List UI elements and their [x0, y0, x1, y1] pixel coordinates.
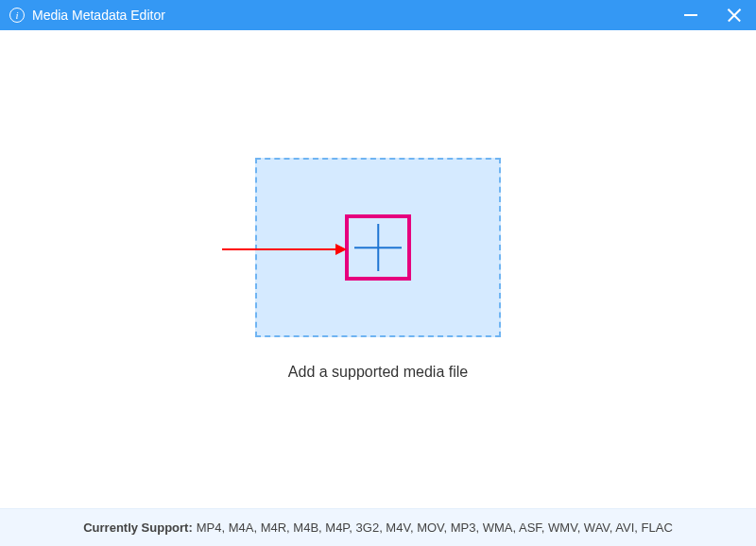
dropzone-caption: Add a supported media file: [288, 364, 468, 381]
minimize-icon: [684, 14, 697, 16]
footer-bar: Currently Support: MP4, M4A, M4R, M4B, M…: [0, 508, 756, 546]
info-icon: [9, 8, 25, 23]
supported-formats: MP4, M4A, M4R, M4B, M4P, 3G2, M4V, MOV, …: [197, 520, 673, 535]
annotation-arrow: [222, 244, 347, 255]
main-content: Add a supported media file: [0, 30, 756, 508]
minimize-button[interactable]: [669, 0, 713, 30]
annotation-highlight: [345, 214, 411, 281]
arrow-head-icon: [335, 244, 347, 255]
footer-label: Currently Support:: [83, 520, 193, 535]
titlebar: Media Metadata Editor: [0, 0, 756, 30]
app-window: Media Metadata Editor Add a supported me…: [0, 0, 756, 546]
plus-icon: [354, 224, 402, 271]
window-title: Media Metadata Editor: [32, 8, 165, 23]
close-button[interactable]: [713, 0, 756, 30]
close-icon: [728, 9, 741, 22]
